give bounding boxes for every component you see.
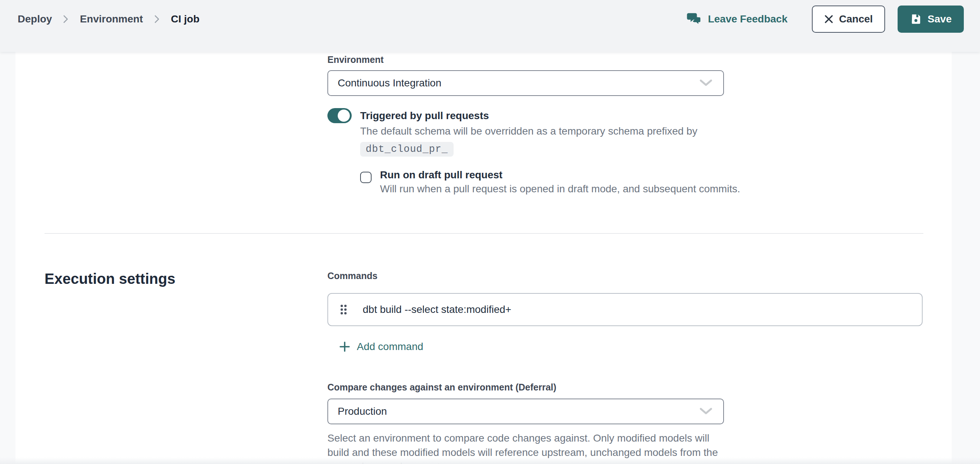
breadcrumb-environment[interactable]: Environment [80, 13, 143, 25]
cancel-label: Cancel [839, 13, 873, 25]
chevron-right-icon [154, 14, 160, 24]
pr-trigger-label: Triggered by pull requests [360, 108, 740, 123]
deferral-environment-select[interactable]: Production [328, 399, 724, 424]
environment-select[interactable]: Continuous Integration [328, 70, 724, 96]
drag-handle-icon[interactable] [339, 304, 348, 316]
deferral-select-value: Production [338, 405, 387, 417]
cancel-button[interactable]: Cancel [812, 6, 885, 33]
commands-field-label: Commands [328, 271, 952, 281]
breadcrumb: Deploy Environment CI job [18, 13, 199, 25]
execution-section: Execution settings Commands dbt build --… [45, 271, 952, 464]
environment-section: Environment Continuous Integration Trigg… [45, 54, 952, 196]
leave-feedback-label: Leave Feedback [708, 13, 787, 25]
chevron-right-icon [63, 14, 69, 24]
chevron-down-icon [700, 408, 712, 415]
schema-prefix-code-chip: dbt_cloud_pr_ [360, 142, 453, 157]
floppy-save-icon [910, 13, 922, 25]
execution-section-title: Execution settings [45, 271, 328, 287]
pr-trigger-description: The default schema will be overridden as… [360, 124, 728, 138]
draft-pr-row: Run on draft pull request Will run when … [360, 169, 740, 196]
leave-feedback-link[interactable]: Leave Feedback [686, 13, 787, 26]
toggle-knob [338, 110, 350, 122]
save-button[interactable]: Save [897, 6, 964, 33]
top-bar: Deploy Environment CI job Leave Feedback [0, 0, 980, 52]
add-command-button[interactable]: Add command [339, 341, 423, 353]
environment-select-value: Continuous Integration [338, 77, 441, 89]
deferral-description: Select an environment to compare code ch… [328, 431, 730, 464]
breadcrumb-current-ci-job: CI job [171, 13, 200, 25]
close-icon [824, 14, 834, 24]
plus-icon [339, 341, 350, 352]
chat-bubbles-icon [686, 13, 702, 26]
header-actions: Leave Feedback Cancel Save [686, 6, 964, 33]
deferral-field-label: Compare changes against an environment (… [328, 382, 952, 392]
settings-card: Environment Continuous Integration Trigg… [16, 52, 952, 464]
add-command-label: Add command [357, 341, 423, 353]
pr-trigger-toggle[interactable] [328, 108, 352, 123]
draft-pr-checkbox[interactable] [360, 172, 372, 183]
page: Deploy Environment CI job Leave Feedback [0, 0, 980, 464]
save-label: Save [928, 13, 952, 25]
environment-section-left-spacer [45, 54, 328, 196]
breadcrumb-deploy[interactable]: Deploy [18, 13, 52, 25]
environment-field-label: Environment [328, 54, 952, 65]
chevron-down-icon [700, 79, 712, 87]
pr-trigger-row: Triggered by pull requests The default s… [328, 108, 952, 196]
draft-pr-label: Run on draft pull request [380, 169, 740, 181]
section-divider [45, 233, 923, 234]
command-input-row[interactable]: dbt build --select state:modified+ [328, 293, 923, 326]
draft-pr-description: Will run when a pull request is opened i… [380, 182, 740, 196]
command-value: dbt build --select state:modified+ [363, 304, 511, 315]
